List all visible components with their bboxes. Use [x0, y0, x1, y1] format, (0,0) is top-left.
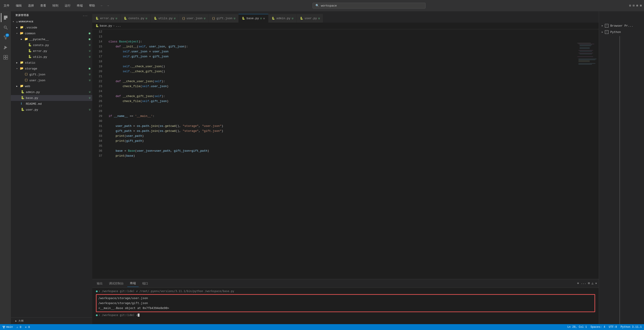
outline-section[interactable]: ▶ 大纲: [11, 317, 92, 324]
sidebar-item-pycache[interactable]: ▶ 📁 __pycache__: [11, 36, 92, 42]
activity-search[interactable]: [1, 23, 10, 32]
activity-explorer[interactable]: [1, 13, 10, 22]
tab-consts-py[interactable]: 🐍 consts.py U: [120, 14, 150, 22]
web-label: web: [25, 85, 92, 88]
folder-icon: 📁: [20, 25, 24, 29]
user-py-badge: U: [89, 108, 90, 111]
base-badge: U: [89, 97, 90, 99]
tab-base-py[interactable]: 🐍 base.py U ✕: [238, 14, 268, 22]
menu-view[interactable]: 查看: [39, 3, 48, 8]
tab-label-utils: utils.py: [158, 17, 172, 20]
main-layout: 10 资源管理器 ... ▾ ◻ W: [0, 11, 644, 324]
svg-rect-23: [580, 51, 592, 51]
sidebar-item-user-py[interactable]: ▶ 🐍 user.py U: [11, 107, 92, 113]
window-icon-4[interactable]: ⊠: [640, 4, 642, 7]
sidebar-item-vscode[interactable]: ▶ 📁 .vscode: [11, 25, 92, 30]
sidebar-item-static[interactable]: ▶ 📁 static: [11, 60, 92, 66]
menu-bar: 文件 编辑 选择 查看 转到 运行 终端 帮助: [2, 3, 96, 8]
sidebar-item-web[interactable]: ▶ 📁 web: [11, 83, 92, 89]
code-line-12: [108, 29, 576, 34]
title-bar: 文件 编辑 选择 查看 转到 运行 终端 帮助 ← → 🔍 workspace …: [0, 0, 644, 11]
code-content[interactable]: class Base(object): def __init__(self, u…: [105, 29, 576, 279]
status-warnings[interactable]: ⚠ 0: [16, 326, 22, 329]
sidebar-item-storage[interactable]: ▾ 📂 storage: [11, 66, 92, 72]
right-panel-browser[interactable]: ▶ □ Browser Pr...: [599, 22, 644, 29]
sidebar-item-readme[interactable]: ▶ ℹ README.md: [11, 101, 92, 107]
svg-marker-10: [4, 46, 7, 49]
sidebar-more-button[interactable]: ...: [83, 14, 88, 17]
panel-split-btn[interactable]: ⊟: [588, 282, 590, 286]
json-icon-gift: {}: [24, 72, 28, 77]
tab-py-icon-base: 🐍: [242, 17, 245, 20]
nav-forward[interactable]: →: [107, 4, 109, 7]
status-git[interactable]: main: [2, 326, 13, 329]
status-spaces[interactable]: Spaces: 4: [591, 326, 605, 329]
terminal-prompt-line: ● ↑ /workspace git:(ide) ✗ /root/.pyenv/…: [96, 289, 595, 294]
search-box[interactable]: 🔍 workspace: [312, 3, 426, 8]
activity-run[interactable]: [1, 43, 10, 52]
code-line-20: self.__check_gift_json(): [108, 69, 576, 74]
admin-label: admin.py: [26, 91, 89, 94]
svg-rect-31: [578, 63, 596, 64]
status-errors[interactable]: ✕ 0: [25, 326, 30, 329]
sidebar-item-user-json[interactable]: ▶ {} user.json U: [11, 77, 92, 83]
tab-gift-json[interactable]: {} gift.json U: [209, 14, 238, 22]
sidebar-item-utils[interactable]: ▶ 🐍 utils.py U: [11, 54, 92, 60]
tab-user-json[interactable]: {} user.json U: [179, 14, 209, 22]
breadcrumb-file[interactable]: base.py: [100, 24, 112, 27]
sidebar-item-common[interactable]: ▾ 📂 common: [11, 30, 92, 36]
svg-rect-28: [578, 60, 596, 60]
panel-close-btn[interactable]: ✕: [595, 282, 597, 286]
menu-goto[interactable]: 转到: [51, 3, 60, 8]
tab-user-py[interactable]: 🐍 user.py U: [297, 14, 323, 22]
terminal-next-prompt[interactable]: ● ↑ /workspace git:(ide) ✗: [96, 313, 595, 318]
tab-bar: 🐍 error.py U 🐍 consts.py U 🐍 utils.py U …: [92, 11, 599, 22]
menu-edit[interactable]: 编辑: [14, 3, 23, 8]
menu-select[interactable]: 选择: [27, 3, 35, 8]
tab-error-py[interactable]: 🐍 error.py U: [92, 14, 120, 22]
workspace-root[interactable]: ▾ ◻ WORKSPACE: [11, 19, 92, 25]
tab-close-base[interactable]: ✕: [263, 17, 265, 20]
py-icon-error: 🐍: [28, 49, 32, 53]
sidebar-item-error[interactable]: ▶ 🐍 error.py U: [11, 48, 92, 54]
status-position[interactable]: Ln 28, Col 1: [567, 326, 587, 329]
window-icon-3[interactable]: ⊞: [636, 4, 638, 7]
panel-more-btn[interactable]: ...: [581, 282, 586, 286]
menu-help[interactable]: 帮助: [88, 3, 96, 8]
menu-terminal[interactable]: 终端: [76, 3, 84, 8]
sidebar-item-admin[interactable]: ▶ 🐍 admin.py U: [11, 89, 92, 95]
sidebar-content: ▾ ◻ WORKSPACE ▶ 📁 .vscode ▾ 📂 common ▶ 📁: [11, 19, 92, 317]
menu-file[interactable]: 文件: [2, 3, 11, 8]
panel-tab-output[interactable]: 输出: [94, 280, 105, 287]
window-icon-1[interactable]: ⊡: [629, 4, 631, 7]
panel-tab-ports[interactable]: 端口: [140, 280, 151, 287]
sidebar-item-base[interactable]: ▶ 🐍 base.py U: [11, 95, 92, 101]
tab-admin-py[interactable]: 🐍 admin.py U: [268, 14, 297, 22]
status-encoding[interactable]: UTF-8: [609, 326, 617, 329]
menu-run[interactable]: 运行: [63, 3, 72, 8]
nav-back[interactable]: ←: [101, 4, 103, 7]
breadcrumb-rest[interactable]: ...: [116, 24, 121, 27]
storage-folder-icon: 📂: [20, 67, 24, 71]
sidebar-item-consts[interactable]: ▶ 🐍 consts.py U: [11, 42, 92, 48]
status-python-version[interactable]: Python 3.11.1: [620, 326, 642, 329]
panel-add-btn[interactable]: +: [577, 282, 579, 286]
code-line-27: [108, 104, 576, 109]
panel-tab-debug[interactable]: 调试控制台: [106, 280, 126, 287]
activity-extensions[interactable]: [1, 53, 10, 62]
browser-arrow: ▶: [602, 24, 603, 27]
panel-max-btn[interactable]: △: [592, 282, 593, 286]
tab-utils-py[interactable]: 🐍 utils.py U: [150, 14, 179, 22]
tab-label-error: error.py: [100, 17, 114, 20]
tab-dirty-consts: U: [146, 17, 147, 20]
svg-rect-14: [4, 58, 6, 59]
terminal-output-highlight: /workspace/storage/user.json /workspace/…: [96, 294, 595, 312]
svg-rect-15: [6, 58, 8, 59]
right-panel-python[interactable]: ▶ □ Python: [599, 29, 644, 35]
panel-tab-terminal[interactable]: 终端: [127, 280, 138, 287]
search-text: workspace: [321, 4, 337, 7]
sidebar-item-gift[interactable]: ▶ {} gift.json U: [11, 72, 92, 77]
activity-source-control[interactable]: 10: [1, 33, 10, 42]
code-line-13: [108, 34, 576, 39]
window-icon-2[interactable]: ⊟: [633, 4, 635, 7]
